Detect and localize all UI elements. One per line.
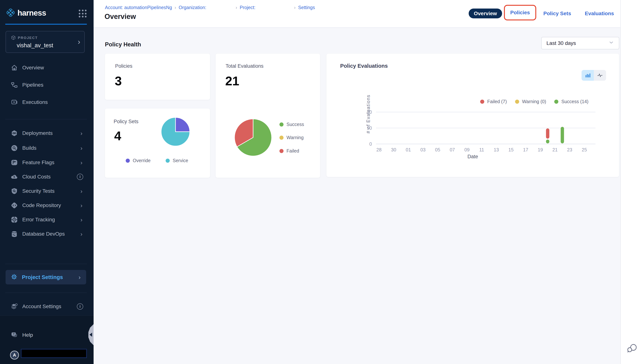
cube-icon — [11, 35, 16, 41]
x-axis-label: Date — [327, 154, 619, 160]
tab-evaluations[interactable]: Evaluations — [584, 8, 614, 18]
sidebar-item-feature-flags[interactable]: Feature Flags › — [6, 157, 88, 168]
total-evaluations-value: 21 — [225, 74, 239, 88]
date-range-value: Last 30 days — [546, 40, 576, 46]
deployments-icon — [11, 129, 18, 137]
chevron-right-icon: › — [80, 202, 83, 209]
account-settings-icon — [11, 302, 18, 310]
chevron-right-icon: › — [80, 188, 83, 194]
cloud-costs-icon: $ — [11, 173, 18, 181]
support-chat-icon[interactable] — [627, 343, 637, 354]
svg-text:$: $ — [13, 175, 15, 178]
sidebar-item-overview[interactable]: Overview — [6, 62, 88, 73]
tab-overview[interactable]: Overview — [469, 8, 502, 18]
security-tests-icon — [11, 187, 18, 195]
right-rail — [620, 0, 638, 364]
user-avatar[interactable]: A — [10, 351, 19, 360]
chevron-right-icon: › — [175, 5, 176, 10]
svg-text:30: 30 — [391, 147, 396, 152]
chevron-down-icon — [608, 40, 614, 46]
database-devops-icon — [11, 230, 18, 238]
sidebar-item-security-tests[interactable]: Security Tests › — [6, 186, 88, 197]
breadcrumb-account[interactable]: Account: automationPipelinesNg — [105, 5, 172, 10]
help-chat-icon: ? — [11, 331, 18, 339]
svg-text:0: 0 — [369, 141, 372, 146]
svg-text:20: 20 — [367, 110, 372, 115]
policy-sets-card: Policy Sets 4 Override Service — [105, 108, 210, 178]
sidebar-item-label: Deployments — [22, 130, 53, 136]
policies-card-label: Policies — [115, 63, 132, 69]
gear-icon — [11, 273, 18, 281]
total-evaluations-card: Total Evaluations 21 Success Warning Fai… — [216, 54, 320, 178]
legend-item-success: Success — [279, 122, 304, 127]
app-grid-icon[interactable] — [79, 10, 87, 18]
sidebar-item-builds[interactable]: Builds › — [6, 142, 88, 154]
svg-text:25: 25 — [582, 147, 587, 152]
sidebar-divider — [5, 292, 87, 293]
redacted-username — [21, 349, 87, 358]
sidebar-item-executions[interactable]: Executions — [6, 97, 88, 108]
tab-policies[interactable]: Policies — [510, 8, 530, 18]
policies-card-value: 3 — [115, 74, 122, 88]
policy-sets-pie-chart — [160, 117, 190, 147]
sidebar-item-label: Code Repository — [22, 202, 61, 208]
project-selector[interactable]: PROJECT vishal_av_test › — [6, 31, 85, 53]
executions-icon — [11, 98, 18, 106]
svg-text:09: 09 — [464, 147, 470, 152]
svg-text:13: 13 — [494, 147, 499, 152]
sidebar-item-label: Cloud Costs — [22, 174, 51, 180]
date-range-select[interactable]: Last 30 days — [541, 37, 619, 49]
sidebar-item-database-devops[interactable]: Database DevOps › — [6, 228, 88, 240]
policy-evaluations-card: Policy Evaluations — [327, 54, 619, 177]
sidebar-item-label: Overview — [22, 65, 44, 71]
chevron-right-icon: › — [80, 230, 83, 238]
sidebar-item-label: Security Tests — [22, 188, 55, 194]
harness-policy-overview-page: harness PROJECT vishal_av_test › Overvie… — [0, 0, 638, 364]
breadcrumb-settings[interactable]: Settings — [298, 5, 315, 10]
page-header: Account: automationPipelinesNg › Organiz… — [94, 0, 620, 28]
svg-text:?: ? — [13, 333, 15, 336]
sidebar-item-account-settings[interactable]: Account Settings i — [6, 301, 88, 312]
svg-text:19: 19 — [538, 147, 543, 152]
sidebar-item-code-repository[interactable]: Code Repository › — [6, 200, 88, 211]
chevron-right-icon: › — [79, 274, 81, 281]
chevron-right-icon: › — [236, 5, 237, 10]
svg-text:01: 01 — [406, 147, 411, 152]
policy-sets-label: Policy Sets — [114, 119, 139, 124]
breadcrumb-organization[interactable]: Organization: — [179, 5, 206, 10]
info-icon[interactable]: i — [77, 174, 83, 180]
sidebar-item-label: Builds — [22, 145, 36, 151]
svg-text:07: 07 — [450, 147, 455, 152]
chevron-right-icon: › — [78, 38, 80, 46]
chevron-right-icon: › — [294, 5, 295, 10]
breadcrumb-project[interactable]: Project: — [240, 5, 255, 10]
sidebar-divider — [5, 264, 87, 264]
error-tracking-icon — [11, 216, 18, 224]
svg-text:03: 03 — [420, 147, 426, 152]
info-icon[interactable]: i — [77, 303, 83, 310]
project-label: PROJECT — [18, 36, 38, 40]
sidebar-item-cloud-costs[interactable]: $ Cloud Costs i — [6, 171, 88, 182]
sidebar-item-help[interactable]: ? Help — [6, 330, 88, 340]
sidebar-item-project-settings[interactable]: Project Settings › — [6, 270, 86, 284]
svg-text:21: 21 — [552, 147, 558, 152]
sidebar-item-label: Database DevOps — [22, 231, 65, 237]
legend-item-override: Override — [126, 158, 151, 163]
svg-text:28: 28 — [376, 147, 382, 152]
total-evaluations-label: Total Evaluations — [226, 63, 263, 69]
sidebar-item-deployments[interactable]: Deployments › — [6, 128, 88, 139]
harness-logo[interactable]: harness — [5, 7, 87, 19]
legend-item-warning: Warning — [279, 135, 303, 140]
failed-dot — [279, 149, 283, 153]
service-dot — [166, 158, 170, 163]
pipelines-icon — [11, 81, 18, 89]
home-icon — [11, 64, 18, 72]
legend-item-failed: Failed — [279, 148, 299, 154]
harness-logo-icon — [5, 7, 16, 19]
sidebar-item-pipelines[interactable]: Pipelines — [6, 80, 88, 90]
tab-policies-annotated[interactable]: Policies — [504, 5, 536, 20]
override-dot — [126, 158, 130, 163]
project-name: vishal_av_test — [17, 42, 53, 49]
tab-policy-sets[interactable]: Policy Sets — [543, 8, 571, 18]
sidebar-item-error-tracking[interactable]: Error Tracking › — [6, 214, 88, 225]
